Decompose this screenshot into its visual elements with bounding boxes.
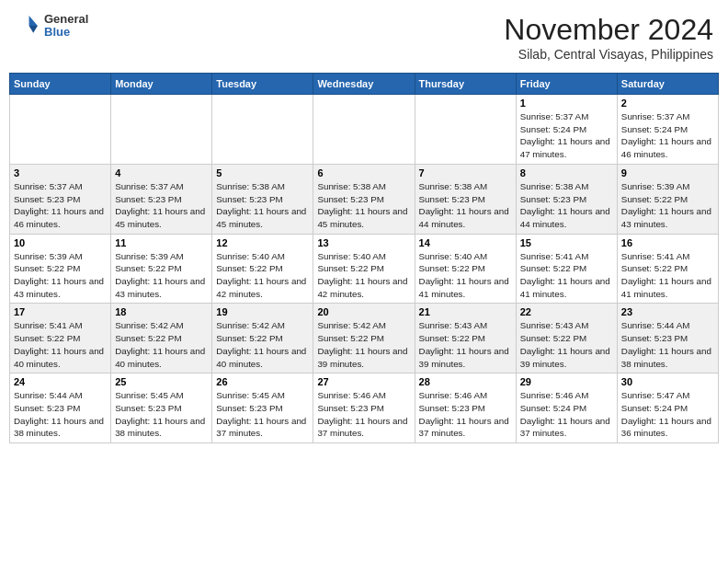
day-number: 26 (216, 376, 309, 387)
calendar-cell: 5Sunrise: 5:38 AM Sunset: 5:23 PM Daylig… (212, 164, 313, 234)
day-number: 28 (419, 376, 512, 387)
day-info: Sunrise: 5:38 AM Sunset: 5:23 PM Dayligh… (216, 180, 309, 231)
calendar-cell: 22Sunrise: 5:43 AM Sunset: 5:22 PM Dayli… (516, 304, 617, 373)
day-number: 20 (317, 306, 410, 317)
day-number: 7 (419, 167, 512, 178)
day-number: 21 (419, 306, 512, 317)
calendar-cell: 6Sunrise: 5:38 AM Sunset: 5:23 PM Daylig… (313, 164, 415, 234)
day-number: 13 (317, 237, 410, 248)
page-header: General Blue November 2024 Silab, Centra… (9, 9, 719, 65)
day-number: 22 (520, 306, 613, 317)
calendar-cell: 30Sunrise: 5:47 AM Sunset: 5:24 PM Dayli… (617, 373, 718, 443)
calendar-cell: 20Sunrise: 5:42 AM Sunset: 5:22 PM Dayli… (313, 304, 415, 373)
day-number: 4 (115, 167, 208, 178)
day-info: Sunrise: 5:43 AM Sunset: 5:22 PM Dayligh… (419, 319, 512, 370)
day-number: 15 (520, 237, 613, 248)
day-number: 9 (621, 167, 714, 178)
calendar-cell: 1Sunrise: 5:37 AM Sunset: 5:24 PM Daylig… (516, 95, 617, 165)
day-info: Sunrise: 5:37 AM Sunset: 5:23 PM Dayligh… (115, 180, 208, 231)
calendar-cell (415, 95, 516, 165)
calendar-cell: 9Sunrise: 5:39 AM Sunset: 5:22 PM Daylig… (617, 164, 718, 234)
day-header-monday: Monday (111, 74, 212, 95)
calendar-cell: 23Sunrise: 5:44 AM Sunset: 5:23 PM Dayli… (617, 304, 718, 373)
calendar-cell: 21Sunrise: 5:43 AM Sunset: 5:22 PM Dayli… (415, 304, 516, 373)
calendar-cell: 19Sunrise: 5:42 AM Sunset: 5:22 PM Dayli… (212, 304, 313, 373)
calendar-cell (313, 95, 415, 165)
day-info: Sunrise: 5:40 AM Sunset: 5:22 PM Dayligh… (419, 250, 512, 301)
calendar-cell (111, 95, 212, 165)
day-header-wednesday: Wednesday (313, 74, 415, 95)
logo-icon (15, 13, 40, 39)
calendar-cell: 27Sunrise: 5:46 AM Sunset: 5:23 PM Dayli… (313, 373, 415, 443)
calendar-cell: 29Sunrise: 5:46 AM Sunset: 5:24 PM Dayli… (516, 373, 617, 443)
calendar-week-row: 24Sunrise: 5:44 AM Sunset: 5:23 PM Dayli… (10, 373, 719, 443)
logo-text: General Blue (44, 13, 88, 40)
calendar-week-row: 10Sunrise: 5:39 AM Sunset: 5:22 PM Dayli… (10, 234, 719, 304)
day-number: 25 (115, 376, 208, 387)
calendar-cell (212, 95, 313, 165)
calendar-cell: 15Sunrise: 5:41 AM Sunset: 5:22 PM Dayli… (516, 234, 617, 304)
day-info: Sunrise: 5:41 AM Sunset: 5:22 PM Dayligh… (14, 319, 107, 370)
day-info: Sunrise: 5:43 AM Sunset: 5:22 PM Dayligh… (520, 319, 613, 370)
month-title: November 2024 (504, 13, 713, 47)
day-header-saturday: Saturday (617, 74, 718, 95)
day-info: Sunrise: 5:39 AM Sunset: 5:22 PM Dayligh… (621, 180, 714, 231)
calendar-cell: 12Sunrise: 5:40 AM Sunset: 5:22 PM Dayli… (212, 234, 313, 304)
day-info: Sunrise: 5:39 AM Sunset: 5:22 PM Dayligh… (14, 250, 107, 301)
calendar-cell: 3Sunrise: 5:37 AM Sunset: 5:23 PM Daylig… (10, 164, 111, 234)
day-number: 19 (216, 306, 309, 317)
day-info: Sunrise: 5:40 AM Sunset: 5:22 PM Dayligh… (216, 250, 309, 301)
calendar-cell: 8Sunrise: 5:38 AM Sunset: 5:23 PM Daylig… (516, 164, 617, 234)
day-header-sunday: Sunday (10, 74, 111, 95)
day-info: Sunrise: 5:41 AM Sunset: 5:22 PM Dayligh… (520, 250, 613, 301)
day-info: Sunrise: 5:37 AM Sunset: 5:24 PM Dayligh… (621, 110, 714, 161)
calendar-cell: 13Sunrise: 5:40 AM Sunset: 5:22 PM Dayli… (313, 234, 415, 304)
day-number: 30 (621, 376, 714, 387)
day-number: 11 (115, 237, 208, 248)
day-number: 5 (216, 167, 309, 178)
day-number: 10 (14, 237, 107, 248)
calendar-cell: 10Sunrise: 5:39 AM Sunset: 5:22 PM Dayli… (10, 234, 111, 304)
day-info: Sunrise: 5:46 AM Sunset: 5:23 PM Dayligh… (317, 389, 410, 440)
day-info: Sunrise: 5:46 AM Sunset: 5:23 PM Dayligh… (419, 389, 512, 440)
day-number: 1 (520, 98, 613, 109)
day-info: Sunrise: 5:38 AM Sunset: 5:23 PM Dayligh… (419, 180, 512, 231)
day-number: 29 (520, 376, 613, 387)
day-number: 2 (621, 98, 714, 109)
day-info: Sunrise: 5:45 AM Sunset: 5:23 PM Dayligh… (115, 389, 208, 440)
day-info: Sunrise: 5:38 AM Sunset: 5:23 PM Dayligh… (317, 180, 410, 231)
day-number: 23 (621, 306, 714, 317)
day-number: 14 (419, 237, 512, 248)
calendar-cell: 14Sunrise: 5:40 AM Sunset: 5:22 PM Dayli… (415, 234, 516, 304)
day-info: Sunrise: 5:38 AM Sunset: 5:23 PM Dayligh… (520, 180, 613, 231)
day-info: Sunrise: 5:42 AM Sunset: 5:22 PM Dayligh… (216, 319, 309, 370)
day-number: 27 (317, 376, 410, 387)
day-number: 6 (317, 167, 410, 178)
day-info: Sunrise: 5:44 AM Sunset: 5:23 PM Dayligh… (14, 389, 107, 440)
day-header-tuesday: Tuesday (212, 74, 313, 95)
calendar-week-row: 17Sunrise: 5:41 AM Sunset: 5:22 PM Dayli… (10, 304, 719, 373)
calendar-cell: 24Sunrise: 5:44 AM Sunset: 5:23 PM Dayli… (10, 373, 111, 443)
day-info: Sunrise: 5:42 AM Sunset: 5:22 PM Dayligh… (317, 319, 410, 370)
svg-marker-1 (29, 26, 38, 33)
day-number: 18 (115, 306, 208, 317)
day-info: Sunrise: 5:45 AM Sunset: 5:23 PM Dayligh… (216, 389, 309, 440)
logo-blue: Blue (44, 26, 88, 39)
title-block: November 2024 Silab, Central Visayas, Ph… (504, 13, 713, 62)
calendar-cell: 28Sunrise: 5:46 AM Sunset: 5:23 PM Dayli… (415, 373, 516, 443)
day-number: 16 (621, 237, 714, 248)
logo: General Blue (15, 13, 88, 40)
calendar-cell: 25Sunrise: 5:45 AM Sunset: 5:23 PM Dayli… (111, 373, 212, 443)
logo-general: General (44, 13, 88, 26)
calendar-header-row: SundayMondayTuesdayWednesdayThursdayFrid… (10, 74, 719, 95)
calendar-cell: 17Sunrise: 5:41 AM Sunset: 5:22 PM Dayli… (10, 304, 111, 373)
day-info: Sunrise: 5:41 AM Sunset: 5:22 PM Dayligh… (621, 250, 714, 301)
day-info: Sunrise: 5:46 AM Sunset: 5:24 PM Dayligh… (520, 389, 613, 440)
day-info: Sunrise: 5:40 AM Sunset: 5:22 PM Dayligh… (317, 250, 410, 301)
calendar-cell: 7Sunrise: 5:38 AM Sunset: 5:23 PM Daylig… (415, 164, 516, 234)
day-number: 12 (216, 237, 309, 248)
calendar-cell: 18Sunrise: 5:42 AM Sunset: 5:22 PM Dayli… (111, 304, 212, 373)
calendar-cell: 16Sunrise: 5:41 AM Sunset: 5:22 PM Dayli… (617, 234, 718, 304)
day-number: 17 (14, 306, 107, 317)
day-number: 3 (14, 167, 107, 178)
